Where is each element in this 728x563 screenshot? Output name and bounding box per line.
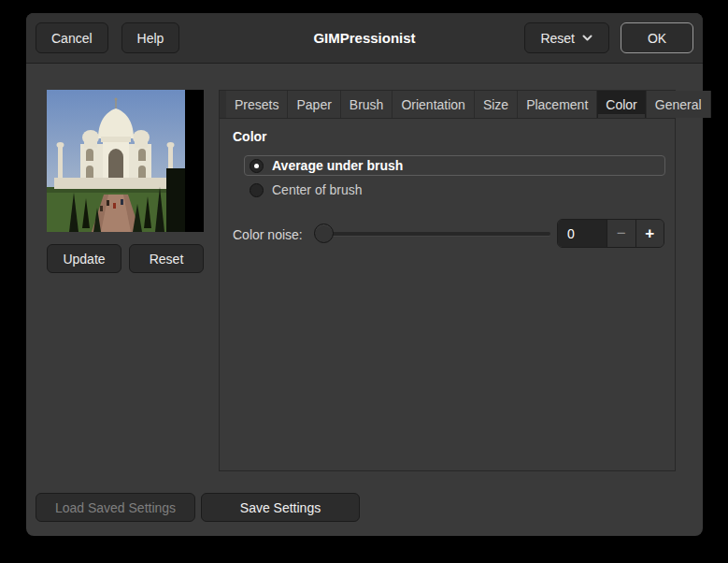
radio-center-of-brush[interactable]: Center of brush: [244, 180, 665, 200]
color-section-heading: Color: [233, 129, 267, 144]
tab-presets[interactable]: Presets: [226, 91, 288, 118]
help-button[interactable]: Help: [121, 22, 180, 53]
color-noise-value-field[interactable]: 0: [558, 220, 607, 247]
plus-icon[interactable]: +: [635, 220, 664, 247]
tab-brush[interactable]: Brush: [341, 91, 393, 118]
tab-placement[interactable]: Placement: [518, 91, 597, 118]
reset-menu-button[interactable]: Reset: [524, 22, 609, 53]
header-bar: Cancel Help GIMPressionist Reset OK: [26, 13, 703, 64]
radio-selected-icon: [250, 159, 264, 173]
tab-orientation[interactable]: Orientation: [393, 91, 474, 118]
slider-handle[interactable]: [314, 224, 334, 243]
radio-average-under-brush[interactable]: Average under brush: [244, 155, 665, 176]
preview-reset-button[interactable]: Reset: [129, 244, 204, 273]
cancel-button[interactable]: Cancel: [36, 22, 108, 53]
color-noise-spinbox: 0 − +: [557, 219, 664, 248]
load-saved-settings-button[interactable]: Load Saved Settings: [36, 493, 195, 522]
tab-color[interactable]: Color: [597, 91, 646, 118]
radio-unselected-icon: [250, 183, 264, 197]
tab-strip: Presets Paper Brush Orientation Size Pla…: [220, 91, 675, 119]
radio-average-label: Average under brush: [272, 158, 403, 173]
ok-button[interactable]: OK: [621, 22, 693, 53]
minus-icon[interactable]: −: [607, 220, 635, 247]
chevron-down-icon: [581, 32, 593, 44]
tab-size[interactable]: Size: [475, 91, 518, 118]
tab-paper[interactable]: Paper: [288, 91, 340, 118]
preview-frame: [47, 90, 204, 232]
update-button[interactable]: Update: [47, 244, 121, 273]
reset-menu-label: Reset: [540, 31, 575, 46]
slider-track[interactable]: [314, 232, 550, 236]
color-noise-slider[interactable]: [314, 224, 550, 244]
gimpressionist-dialog: Cancel Help GIMPressionist Reset OK: [26, 13, 703, 536]
color-noise-label: Color noise:: [233, 227, 303, 242]
preview-image-taj-mahal: [47, 90, 185, 232]
settings-notebook: Presets Paper Brush Orientation Size Pla…: [219, 90, 676, 471]
tab-general[interactable]: General: [647, 91, 711, 118]
radio-center-label: Center of brush: [272, 182, 363, 197]
save-settings-button[interactable]: Save Settings: [201, 493, 360, 522]
